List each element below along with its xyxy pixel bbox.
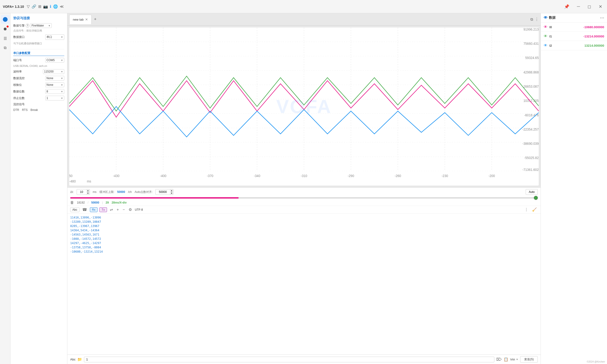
auto-spinbox-down[interactable]: ▼ xyxy=(170,192,173,195)
stats-xdiv: 28ms/X-div xyxy=(112,201,127,204)
help-icon[interactable]: ? xyxy=(26,24,29,27)
break-signal[interactable]: Break xyxy=(30,108,38,112)
right-panel-more-icon[interactable]: ⋯ xyxy=(600,15,604,20)
flow-select[interactable]: None ▼ xyxy=(45,76,64,80)
terminal-encode-icon[interactable]: ⚙ xyxy=(128,207,133,212)
camera-icon[interactable]: 📷 xyxy=(43,4,48,9)
terminal-more-icon[interactable]: ⋮ xyxy=(524,207,529,212)
channel-item: 👁 I2 13214.000000 xyxy=(541,41,607,50)
data-interface-hint: 与下位机通信的物理接口 xyxy=(13,42,64,45)
center-area: new tab ✕ + ⧉ ⋮ VOFA xyxy=(67,13,540,364)
baud-label: 波特率 xyxy=(13,70,22,74)
svg-text:-22354.257: -22354.257 xyxy=(522,128,539,131)
data-driver-select[interactable]: FireWater ▼ xyxy=(30,23,52,28)
tab-close-icon[interactable]: ✕ xyxy=(85,17,88,21)
terminal-phone-icon[interactable]: ☎ xyxy=(81,207,88,212)
port-select[interactable]: COM5 ▼ xyxy=(45,58,64,63)
progress-track[interactable] xyxy=(70,197,538,199)
flow-row: 数据流控 None ▼ xyxy=(13,76,64,80)
terminal-align-icon[interactable]: ⇌ xyxy=(109,207,114,212)
svg-text:-230: -230 xyxy=(442,174,448,178)
svg-text:-200: -200 xyxy=(488,174,495,178)
right-panel-eye-icon: 👁 xyxy=(544,16,547,20)
restore-button[interactable]: ◻ xyxy=(586,3,593,10)
stop-bits-select[interactable]: 1 ▼ xyxy=(45,96,64,101)
baud-select[interactable]: 115200 ▼ xyxy=(43,69,64,74)
terminal-clear-icon[interactable]: 🧹 xyxy=(531,207,538,212)
newline-arrow[interactable]: ▼ xyxy=(516,358,518,361)
input-bar-field[interactable] xyxy=(84,357,494,362)
parity-select-arrow: ▼ xyxy=(61,84,63,86)
spinbox-up[interactable]: ▲ xyxy=(86,189,90,192)
svg-text:-400: -400 xyxy=(160,174,166,178)
title-bar-icons: ▽ 🔗 ⊞ 📷 ℹ 🌐 ≪ xyxy=(27,4,64,9)
chart-wrapper: VOFA xyxy=(69,27,539,185)
tab-add-button[interactable]: + xyxy=(92,16,99,23)
auto-spinbox-up[interactable]: ▲ xyxy=(170,189,173,192)
send-button[interactable]: 发送(S) xyxy=(520,356,538,363)
minimize-button[interactable]: ─ xyxy=(575,3,582,10)
copyright: ©2024 @Kircherr xyxy=(587,361,605,363)
title-bar: VOFA+ 1.3.10 ▽ 🔗 ⊞ 📷 ℹ 🌐 ≪ 📌 ─ ◻ ✕ xyxy=(0,0,607,13)
channel-eye-icon-1[interactable]: 👁 xyxy=(544,34,547,39)
svg-text:-55025.82: -55025.82 xyxy=(524,156,539,160)
stop-bits-label: 停止位数 xyxy=(13,96,25,100)
auto-input[interactable] xyxy=(156,190,170,194)
terminal-abc-btn[interactable]: Abc xyxy=(70,207,80,212)
progress-dot xyxy=(534,196,538,200)
input-bar-upload-icon[interactable]: 📁 xyxy=(77,357,82,362)
terminal-plus-icon[interactable]: + xyxy=(116,207,120,212)
delta-t-input[interactable] xyxy=(77,190,86,194)
input-bar-eraser-icon[interactable]: ⌦ xyxy=(496,357,502,362)
theme-icon[interactable]: 🌐 xyxy=(53,4,58,9)
pin-button[interactable]: 📌 xyxy=(562,3,571,10)
port-hint: USB-SERIAL CH340, wch.cn xyxy=(13,65,64,67)
baud-row: 波特率 115200 ▼ xyxy=(13,69,64,74)
info-icon[interactable]: ℹ xyxy=(50,4,51,9)
right-panel-header: 👁 数据 ⋯ xyxy=(541,13,607,23)
stats-delete-icon[interactable]: 🗑 xyxy=(70,200,74,205)
link-icon[interactable]: 🔗 xyxy=(32,4,36,9)
interface-select-arrow: ▼ xyxy=(61,36,63,39)
flow-label: 数据流控 xyxy=(13,76,25,80)
channel-eye-icon-2[interactable]: 👁 xyxy=(544,43,547,48)
tab-extra-icons: ⧉ ⋮ xyxy=(530,17,539,22)
auto-spinbox[interactable]: ▲ ▼ xyxy=(155,189,173,195)
delta-t-spinbox[interactable]: ▲ ▼ xyxy=(77,189,90,195)
rts-signal[interactable]: RTS xyxy=(22,108,28,112)
chart-container[interactable]: VOFA xyxy=(69,27,539,185)
sidebar-item-connection[interactable] xyxy=(1,15,10,24)
close-button[interactable]: ✕ xyxy=(597,3,604,10)
data-interface-select[interactable]: 串口 ▼ xyxy=(45,34,64,40)
tab-label: new tab xyxy=(73,18,84,21)
terminal-tx-btn[interactable]: Tx xyxy=(99,207,107,212)
sidebar-item-menu[interactable]: ☰ xyxy=(1,34,10,43)
terminal-line: 11416,13096,-13096 xyxy=(70,215,538,220)
svg-text:-450: -450 xyxy=(69,174,73,178)
svg-text:ms: ms xyxy=(87,179,91,183)
auto-button[interactable]: Auto xyxy=(526,189,538,195)
channel-value-2: 13214.000000 xyxy=(557,44,604,47)
terminal-minus-icon[interactable]: − xyxy=(122,207,126,212)
input-bar: Abc 📁 ⌦ 📋 \n\n ▼ 发送(S) xyxy=(67,354,540,364)
data-bits-select[interactable]: 8 ▼ xyxy=(45,89,64,94)
tab-copy-icon[interactable]: ⧉ xyxy=(530,17,533,22)
tab-new-tab[interactable]: new tab ✕ xyxy=(69,15,92,24)
channel-value-0: -10680.000000 xyxy=(557,25,604,29)
tab-more-icon[interactable]: ⋮ xyxy=(535,17,539,22)
spinbox-down[interactable]: ▼ xyxy=(86,192,90,195)
stats-total: 50000 xyxy=(91,201,99,204)
flow-select-arrow: ▼ xyxy=(61,77,63,80)
dtr-signal[interactable]: DTR xyxy=(13,108,19,112)
grid-icon[interactable]: ⊞ xyxy=(38,4,41,9)
sidebar-item-record[interactable]: ⏺ xyxy=(1,25,10,33)
data-driver-label: 数据引擎 ? FireWater ▼ xyxy=(13,23,64,28)
right-panel: 👁 数据 ⋯ 👁 I0 -10680.000000 👁 I1 -13214.00… xyxy=(540,13,607,364)
channel-eye-icon-0[interactable]: 👁 xyxy=(544,25,547,29)
data-driver-hint: 点击问号：前往详细文档 xyxy=(13,29,64,32)
parity-select[interactable]: None ▼ xyxy=(45,82,64,87)
double-arrow-icon[interactable]: ≪ xyxy=(60,4,64,9)
sidebar-item-layers[interactable]: ⧉ xyxy=(1,44,10,52)
input-bar-copy-icon[interactable]: 📋 xyxy=(504,357,508,362)
terminal-rx-btn[interactable]: Rx xyxy=(90,207,98,212)
